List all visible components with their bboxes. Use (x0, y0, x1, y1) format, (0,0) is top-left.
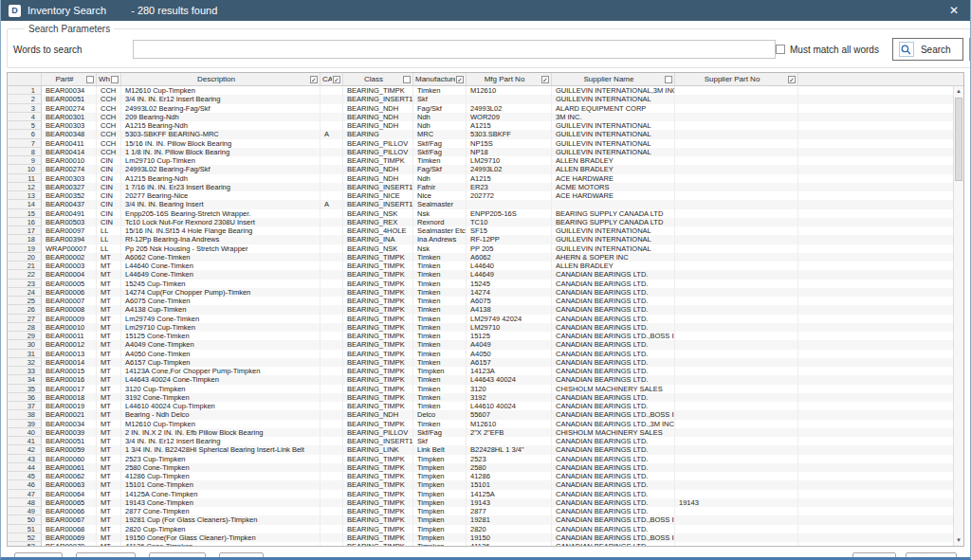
table-row[interactable]: 29BEAR00011MT15125 Cone-TimkenBEARING_TI… (8, 332, 963, 340)
table-row[interactable]: 22BEAR00004MTL44649 Cone-TimkenBEARING_T… (8, 270, 963, 279)
table-row[interactable]: 24BEAR00006MT14274 Cup(For Chopper Pump)… (8, 288, 963, 297)
table-row[interactable]: 30BEAR00012MTA4049 Cone-TimpkenBEARING_T… (8, 340, 963, 349)
column-header-description[interactable]: Description (121, 73, 321, 85)
column-header-manufacturer[interactable]: Manufacturer (413, 73, 467, 85)
table-row[interactable]: 13BEAR00352CIN20277 Bearing-NiceBEARING_… (8, 191, 963, 200)
column-checkbox[interactable] (541, 76, 549, 83)
table-row[interactable]: 39BEAR00034MTM12610 Cup-TimpkenBEARING_T… (8, 420, 963, 428)
ok-button[interactable]: OK (852, 552, 896, 560)
search-button[interactable]: Search (892, 38, 963, 61)
table-row[interactable]: 28BEAR00010MTLm29710 Cup-TimkenBEARING_T… (8, 323, 963, 332)
column-checkbox[interactable] (403, 76, 411, 83)
cell: 19281 Cup (For Glass Cleaners)-Timpken (121, 515, 321, 524)
table-row[interactable]: 23BEAR00005MT15245 Cup-TimkenBEARING_TIM… (8, 280, 963, 288)
column-checkbox[interactable] (788, 76, 796, 83)
table-row[interactable]: 21BEAR00003MTL44640 Cone-TimkenBEARING_T… (8, 262, 963, 270)
cell (321, 490, 343, 498)
scroll-down-icon[interactable]: ▼ (954, 535, 963, 546)
print-button[interactable]: Print... (14, 552, 63, 560)
cell: Nsk (413, 244, 467, 253)
table-row[interactable]: 17BEAR00097LL15/16 IN. IN.Sf15 4 Hole Fl… (8, 226, 963, 235)
table-row[interactable]: 35BEAR00017MT3120 Cup-TimpkenBEARING_TIM… (8, 385, 963, 393)
cell: CCH (97, 130, 121, 138)
table-row[interactable]: 32BEAR00014MTA6157 Cup-TimpkenBEARING_TI… (8, 358, 963, 367)
scroll-up-icon[interactable]: ▲ (954, 86, 963, 97)
cell: CHISHOLM MACHINERY SALES (552, 428, 675, 437)
table-row[interactable]: 37BEAR00019MTL44610 40024 Cup-TimpkenBEA… (8, 402, 963, 410)
table-row[interactable]: 41BEAR00051MT3/4 IN. IN. Er12 Insert Bea… (8, 437, 963, 445)
cell: BEAR00066 (42, 507, 97, 515)
table-row[interactable]: 48BEAR00065MT19143 Cone-TimpkenBEARING_T… (8, 498, 963, 507)
table-row[interactable]: 12BEAR00327CIN1 7/16 IN. IN. Er23 Insert… (8, 183, 963, 191)
table-row[interactable]: 2BEAR00051CCH3/4 IN. IN. Er12 Insert Bea… (8, 95, 963, 103)
column-checkbox[interactable] (333, 76, 340, 83)
column-header-class[interactable]: Class (343, 73, 413, 85)
table-row[interactable]: 5BEAR00303CCHA1215 Bearing-NdhBEARING_ND… (8, 121, 963, 130)
table-row[interactable]: 15BEAR00491CINEnpp205-16S Bearing-Stretc… (8, 209, 963, 218)
table-row[interactable]: 36BEAR00018MT3192 Cone-TimpkenBEARING_TI… (8, 393, 963, 402)
cell: CANADIAN BEARINGS LTD. (552, 375, 675, 384)
vertical-scrollbar[interactable]: ▲ ▼ (953, 86, 963, 546)
table-row[interactable]: 53BEAR00070MT41126 Cone-TimpkenBEARING_T… (8, 542, 963, 546)
table-row[interactable]: 8BEAR00414CCH1 1/8 IN. IN. Pillow Block … (8, 148, 963, 156)
table-row[interactable]: 25BEAR00007MTA6075 Cone-TimkenBEARING_TI… (8, 297, 963, 305)
column-header-supplier-part-no[interactable]: Supplier Part No (675, 73, 798, 85)
table-row[interactable]: 3BEAR00274CCH24993L02 Bearing-Fag/SkfBEA… (8, 104, 963, 113)
cell: CIN (97, 156, 121, 165)
scrollbar-thumb[interactable] (955, 98, 962, 181)
table-row[interactable]: 9BEAR00010CINLm29710 Cup-TimkenBEARING_T… (8, 156, 963, 165)
table-row[interactable]: 1BEAR00034CCHM12610 Cup-TimpkenBEARING_T… (8, 86, 963, 95)
cell (675, 340, 798, 349)
table-row[interactable]: 7BEAR00411CCH15/16 IN. IN. Pillow Block … (8, 139, 963, 148)
table-row[interactable]: 16BEAR00503CINTc10 Lock Nut-For Rexnord … (8, 218, 963, 226)
column-header-supplier-name[interactable]: Supplier Name (552, 73, 675, 85)
table-row[interactable]: 49BEAR00066MT2877 Cone-TimpkenBEARING_TI… (8, 507, 963, 515)
must-match-checkbox[interactable] (776, 45, 785, 54)
table-row[interactable]: 26BEAR00008MTA4138 Cup-TimkenBEARING_TIM… (8, 305, 963, 314)
select-all-button[interactable]: Select All (149, 552, 207, 560)
column-checkbox[interactable] (310, 76, 318, 83)
column-header-whs[interactable]: Whs (97, 73, 121, 85)
table-row[interactable]: 50BEAR00067MT19281 Cup (For Glass Cleane… (8, 515, 963, 524)
table-row[interactable]: 27BEAR00009MTLm29749 Cone-TimkenBEARING_… (8, 315, 963, 323)
table-row[interactable]: 40BEAR00039MT2 IN. IN.X 2 IN. IN. Efb Pi… (8, 428, 963, 437)
clear-button[interactable]: Clear (219, 552, 264, 560)
cell (675, 350, 798, 358)
cell: GUILLEVIN INTERNATIONAL (552, 226, 675, 235)
table-row[interactable]: 10BEAR00274CIN24993L02 Bearing-Fag/SkfBE… (8, 165, 963, 173)
table-row[interactable]: 33BEAR00015MT14123A Cone,For Chopper Pum… (8, 367, 963, 375)
table-row[interactable]: 45BEAR00062MT41286 Cup-TimpkenBEARING_TI… (8, 472, 963, 480)
table-row[interactable]: 47BEAR00064MT14125A Cone-TimpkenBEARING_… (8, 490, 963, 498)
search-button[interactable]: Search... (76, 552, 135, 560)
column-header-part-[interactable]: Part# (42, 73, 97, 85)
table-row[interactable]: 51BEAR00068MT2820 Cup-TimpkenBEARING_TIM… (8, 525, 963, 533)
table-row[interactable]: 14BEAR00437CIN3/4 IN. IN. Bearing Insert… (8, 200, 963, 208)
table-row[interactable]: 52BEAR00069MT19150 Cone(For Glass Cleane… (8, 533, 963, 542)
column-checkbox[interactable] (456, 76, 464, 83)
table-row[interactable]: 42BEAR00059MT1 3/4 IN. IN. B22428HI Sphe… (8, 445, 963, 454)
table-row[interactable]: 46BEAR00063MT15101 Cone-TimpkenBEARING_T… (8, 480, 963, 489)
table-row[interactable]: 31BEAR00013MTA4050 Cone-TimkenBEARING_TI… (8, 350, 963, 358)
close-icon[interactable]: ✕ (945, 4, 962, 17)
cell: MT (97, 253, 121, 262)
cell: LM29749 42024 (467, 315, 552, 323)
words-to-search-input[interactable] (133, 40, 776, 59)
table-row[interactable]: 4BEAR00301CCH209 Bearing-NdhBEARING_NDHN… (8, 113, 963, 121)
table-row[interactable]: 44BEAR00061MT2580 Cone-TimpkenBEARING_TI… (8, 463, 963, 472)
row-number: 32 (8, 358, 42, 367)
column-header-mfg-part-no[interactable]: Mfg Part No (467, 73, 552, 85)
cell (675, 226, 798, 235)
table-row[interactable]: 34BEAR00016MTL44643 40024 Cone-TimpkenBE… (8, 375, 963, 384)
table-row[interactable]: 11BEAR00303CINA1215 Bearing-NdhBEARING_N… (8, 174, 963, 183)
table-row[interactable]: 18BEAR00394LLRf-12Pp Bearing-Ina Andrews… (8, 235, 963, 244)
column-checkbox[interactable] (86, 76, 94, 83)
column-checkbox[interactable] (665, 76, 672, 83)
column-checkbox[interactable] (111, 76, 119, 83)
cancel-button[interactable]: Cancel (906, 552, 957, 560)
table-row[interactable]: 6BEAR00348CCH5303-SBKFF BEARING-MRCABEAR… (8, 130, 963, 138)
table-row[interactable]: 19WRAP00007LLPp 205 Nsk Housing - Stretc… (8, 244, 963, 253)
column-header-cat[interactable]: CAT (321, 73, 343, 85)
table-row[interactable]: 43BEAR00060MT2523 Cup-TimpkenBEARING_TIM… (8, 455, 963, 463)
table-row[interactable]: 38BEAR00021MTBearing - Ndh DelcoBEARING_… (8, 410, 963, 419)
table-row[interactable]: 20BEAR00002MTA6062 Cone-TimkenBEARING_TI… (8, 253, 963, 262)
